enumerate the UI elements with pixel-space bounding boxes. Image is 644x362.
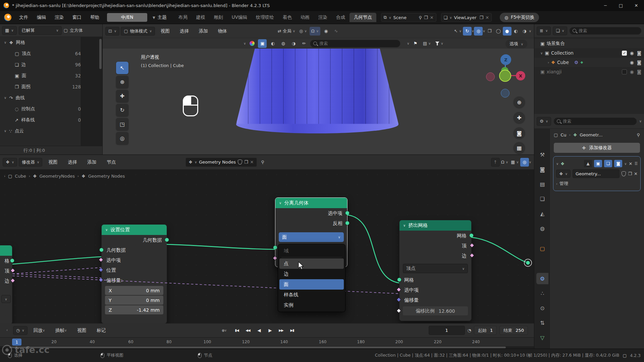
eye-icon[interactable]: ◉ xyxy=(630,50,634,56)
viewport-menu-object[interactable]: 物体 xyxy=(214,27,231,36)
language-toggle-button[interactable]: 中/EN xyxy=(107,13,147,22)
mesh-input-socket[interactable] xyxy=(397,278,401,282)
tab-constraints[interactable]: ⇅ xyxy=(536,317,548,328)
gizmo-axis-x-neg[interactable] xyxy=(486,72,495,81)
maximize-button[interactable]: □ xyxy=(613,0,629,11)
workspace-tab-geometry-nodes[interactable]: 几何节点 xyxy=(350,13,376,22)
properties-search[interactable] xyxy=(553,117,637,125)
menu-help[interactable]: 帮助 xyxy=(86,13,104,22)
pin-icon[interactable]: ⚲ xyxy=(261,160,265,165)
transform-tool[interactable]: ◎ xyxy=(116,132,128,144)
f5-language-switch-button[interactable]: ◍ F5中英切换 xyxy=(500,13,539,22)
tab-modifiers[interactable]: ⚙ xyxy=(536,273,548,284)
offset-x-field[interactable]: X 0 mm xyxy=(105,286,163,295)
row-collection[interactable]: ∨ ▣ Collection ✓ ◉ ◙ xyxy=(534,48,644,58)
falloff-dropdown[interactable]: ∿ xyxy=(332,27,340,36)
vertex-domain-button[interactable]: ▣ xyxy=(258,39,267,48)
editor-type-button[interactable]: ❖ ∨ xyxy=(3,158,17,167)
scale-tool[interactable]: ◳ xyxy=(116,118,128,130)
node-extrude-mesh[interactable]: ∨ 挤出网格 网格 顶 边 顶点 ∨ 网格 选中项 偏移量 偏移比例 12.60… xyxy=(399,220,472,321)
current-frame-field[interactable]: 1 xyxy=(429,326,465,335)
collapsed-dropdown-chip[interactable]: ∨ xyxy=(1,295,11,303)
tab-scene[interactable]: ◭ xyxy=(536,208,548,219)
rotate-tool[interactable]: ↻ xyxy=(116,104,128,116)
pin-icon[interactable]: ⚲ xyxy=(637,132,640,137)
close-icon[interactable]: ✕ xyxy=(629,161,633,166)
scene-selector[interactable]: ⧉ ∨ Scene ⚲ ❐ ✕ xyxy=(381,13,436,22)
viewport-search-input[interactable] xyxy=(319,41,397,46)
node-set-position[interactable]: ∨ 设置位置 几何数据 几何数据 选中项 位置 偏移量: X 0 mm Y 0 … xyxy=(101,224,167,323)
node-overlays-toggle[interactable]: ◎ xyxy=(520,158,529,167)
xiangji-checkbox[interactable] xyxy=(622,69,627,74)
selection-output-socket[interactable] xyxy=(345,211,350,215)
mesh-output-socket[interactable] xyxy=(469,233,474,238)
outliner-search-input[interactable] xyxy=(579,28,638,33)
gizmo-axis-z-neg[interactable] xyxy=(501,89,509,98)
tab-output[interactable]: ▤ xyxy=(536,178,548,190)
tab-render[interactable]: ◙ xyxy=(536,164,548,175)
next-keyframe-button[interactable]: ▶▶ xyxy=(276,326,286,335)
row-cube[interactable]: › ❖ Cube ⚙ ❖ ◉ ◙ xyxy=(534,58,644,67)
modifier-panel-header[interactable]: ∨ ❖ ▲ ▣ ❏ ◙ ∨ ✕ ⠿ xyxy=(556,159,638,169)
zoom-button[interactable]: ⊕ xyxy=(514,97,525,108)
catalog-button[interactable]: ▤ ∨ xyxy=(422,39,432,48)
node-menu-node[interactable]: 节点 xyxy=(102,158,120,167)
close-button[interactable]: ✕ xyxy=(629,0,644,11)
geometry-output-socket[interactable] xyxy=(10,258,14,263)
chevron-down-icon[interactable]: ∨ xyxy=(105,228,108,232)
toggle-render[interactable]: ◙ xyxy=(614,160,622,167)
edge-domain-button[interactable]: ◐ xyxy=(268,39,277,48)
toggle-edit-mode[interactable]: ▲ xyxy=(584,160,592,167)
workspace-tab-compositing[interactable]: 合成 xyxy=(332,13,350,22)
auto-keying-button[interactable]: ● ∨ xyxy=(217,326,231,335)
pivot-point-dropdown[interactable]: ◎ ∨ xyxy=(298,27,308,36)
close-icon[interactable]: ✕ xyxy=(634,171,638,176)
close-icon[interactable]: ✕ xyxy=(430,15,434,20)
play-button[interactable]: ▶ xyxy=(265,326,275,335)
xray-toggle[interactable]: ❐ xyxy=(485,27,494,36)
menu-file[interactable]: 文件 xyxy=(15,13,33,22)
camera-render-icon[interactable]: ◙ xyxy=(637,69,641,74)
shading-material-button[interactable]: ◐ xyxy=(512,27,520,36)
node-menu-select[interactable]: 选择 xyxy=(63,158,81,167)
fake-user-shield-icon[interactable] xyxy=(622,171,626,176)
geometry-output-socket[interactable] xyxy=(165,238,169,242)
transform-orientation-dropdown[interactable]: ⇄ 全局 ∨ xyxy=(276,27,297,36)
menu-item-face[interactable]: 面 xyxy=(279,279,344,290)
tab-physics[interactable]: ⊙ xyxy=(536,302,548,314)
breadcrumb-data[interactable]: Geometr... xyxy=(580,132,602,137)
node-group-browse[interactable]: ❖ ∨ xyxy=(556,170,571,178)
camera-view-button[interactable]: ◙ xyxy=(514,127,525,139)
collapse-button[interactable]: › xyxy=(3,326,11,335)
geometry-node-editor[interactable]: ❖ ∨ 修改器 ∨ 视图 选择 添加 节点 ❖ ∨ Geometry Nodes… xyxy=(0,155,534,323)
viewport-menu-add[interactable]: 添加 xyxy=(195,27,212,36)
proportional-edit-button[interactable]: ◉ xyxy=(322,27,330,36)
gizmo-center[interactable] xyxy=(499,70,511,82)
editor-type-button[interactable]: ⊡ ∨ xyxy=(105,27,119,36)
gizmo-axis-x[interactable]: X xyxy=(516,71,525,80)
select-box-tool[interactable]: ↖ xyxy=(116,62,128,74)
filter-button[interactable]: ∨ xyxy=(434,39,444,48)
menu-edit[interactable]: 编辑 xyxy=(33,13,50,22)
timeline-menu-playback[interactable]: 回放 ∨ xyxy=(29,326,49,335)
breadcrumb-object[interactable]: Cube xyxy=(15,174,26,179)
menu-item-edge[interactable]: 边 xyxy=(279,269,344,279)
workspace-tab-shading[interactable]: 着色 xyxy=(278,13,296,22)
tab-world[interactable]: ◍ xyxy=(536,223,548,234)
minimize-button[interactable]: ─ xyxy=(598,0,613,11)
shading-solid-button[interactable]: ● xyxy=(503,27,512,36)
offset-y-field[interactable]: Y 0 mm xyxy=(105,296,163,305)
theme-dropdown[interactable]: ▼ 主题 xyxy=(153,14,167,20)
timeline-menu-marker[interactable]: 标记 xyxy=(92,326,110,335)
chevron-down-icon[interactable]: ∨ xyxy=(279,201,281,205)
geometry-input-socket[interactable] xyxy=(99,248,104,252)
scrollbar-thumb[interactable] xyxy=(9,347,506,348)
toggle-cage[interactable]: ▣ xyxy=(594,160,602,167)
snap-target-button[interactable]: ▦ ∨ xyxy=(509,158,520,167)
add-modifier-button[interactable]: ✚ 添加修改器 xyxy=(554,143,640,153)
material-ball-button[interactable] xyxy=(248,39,256,48)
menu-item-instance[interactable]: 实例 xyxy=(279,300,344,310)
jump-to-start-button[interactable]: ▮◀ xyxy=(232,326,242,335)
gizmo-toggle[interactable]: ↻ xyxy=(463,27,472,36)
workspace-tab-uv[interactable]: UV编辑 xyxy=(227,13,252,22)
